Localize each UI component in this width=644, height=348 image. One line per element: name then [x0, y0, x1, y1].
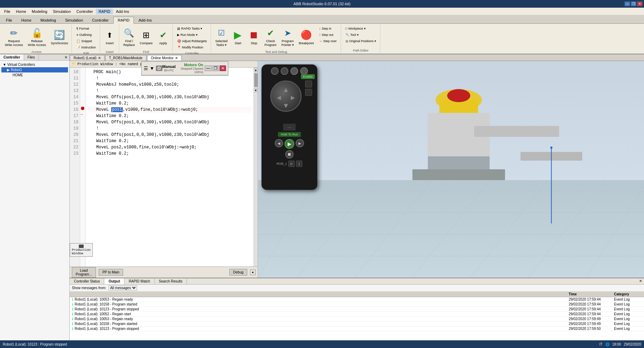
release-access-btn[interactable]: 🔓 ReleaseWrite Access: [26, 25, 48, 49]
fp-play-btn[interactable]: ▶: [285, 139, 294, 149]
online-monitor-tab[interactable]: Online Monitor ✕: [147, 55, 182, 61]
panel-close-btn[interactable]: ✕: [62, 54, 69, 60]
original-positions-btn[interactable]: ◎ Original Positions ▾: [344, 38, 378, 44]
tab-addins[interactable]: Add-Ins: [134, 17, 156, 23]
request-write-access-btn[interactable]: ✏ RequestWrite Access: [3, 25, 25, 49]
fp-btn-4[interactable]: [300, 67, 308, 75]
fp-menu-btn[interactable]: ···: [283, 124, 296, 131]
debug-btn[interactable]: Debug: [229, 269, 247, 276]
panel-tab-files[interactable]: Files: [24, 54, 39, 60]
fp-stop-btn[interactable]: ⏹: [285, 150, 294, 158]
snippet-btn[interactable]: 📋 Snippet: [75, 38, 98, 44]
format-btn[interactable]: ¶ Format: [75, 26, 98, 31]
output-tab-search-results[interactable]: Search Results: [155, 278, 187, 284]
main-module-tab[interactable]: T_ROB1/MainModule: [105, 55, 146, 61]
tab-robot1-local[interactable]: Robot1 (Local) ✕: [70, 55, 105, 61]
manual-icon2[interactable]: ▼: [150, 65, 154, 71]
tab-controller[interactable]: Controller: [88, 17, 113, 23]
code-content[interactable]: PROC main() ! MoveAbsJ homePos,v1000,z50…: [86, 68, 253, 276]
tree-home[interactable]: HOME: [1, 72, 68, 78]
menu-file[interactable]: File: [1, 9, 13, 14]
fp-joystick[interactable]: ▲ ◄► ▼: [270, 80, 302, 112]
menu-modeling[interactable]: Modeling: [29, 9, 50, 14]
tab-rapid[interactable]: RAPID: [113, 17, 134, 24]
fp-enable-btn[interactable]: Enable: [301, 74, 315, 79]
fp-info-icon[interactable]: ℹ: [296, 161, 302, 167]
line-num-23: 23: [70, 150, 78, 157]
run-mode-btn[interactable]: ▶ Run Mode ▾: [175, 32, 209, 38]
fp-btn-3[interactable]: [290, 67, 298, 75]
fp-btn-1[interactable]: [271, 67, 279, 75]
filter-select[interactable]: All messages: [108, 285, 137, 291]
code-vscrollbar[interactable]: ▲ ▼: [253, 68, 258, 276]
code-tabs: Robot1 (Local) ✕ T_ROB1/MainModule Onlin…: [70, 54, 644, 61]
production-window-btn[interactable]: ProductionWindow: [70, 243, 93, 257]
fp-prev-btn[interactable]: ◀: [275, 139, 283, 147]
step-in-btn[interactable]: ↓ Step in: [317, 26, 339, 31]
pp-to-main-btn[interactable]: PP to Main: [99, 269, 123, 276]
gutter-12: [80, 80, 85, 86]
adjust-robtargets-btn[interactable]: 🎯 Adjust Robtargets: [175, 38, 209, 44]
panel-tab-controller[interactable]: Controller: [0, 54, 24, 60]
apply-btn[interactable]: ✔ Apply: [156, 25, 171, 49]
selected-tasks-btn[interactable]: ☑ SelectedTasks ▾: [213, 25, 229, 49]
tab-file[interactable]: File: [1, 17, 17, 23]
insert-btn[interactable]: ⬆ Insert: [102, 25, 118, 49]
menu-simulation[interactable]: Simulation: [50, 9, 74, 14]
load-program-btn[interactable]: LoadProgram...: [72, 267, 96, 278]
online-monitor-close[interactable]: ✕: [175, 56, 178, 60]
ribbon-tabs: File Home Modeling Simulation Controller…: [0, 15, 644, 24]
breakpoint-btn[interactable]: 🔴 Breakpoint: [297, 25, 316, 49]
restore-btn[interactable]: ❐: [631, 1, 636, 6]
manual-icon1[interactable]: ☰: [144, 65, 148, 71]
robot1-local-close[interactable]: ✕: [98, 56, 101, 60]
ribbon-group-insert: ⬆ Insert Insert: [101, 24, 119, 53]
vscroll-down-btn[interactable]: ▼: [254, 88, 258, 93]
manual-minimize[interactable]: —: [205, 65, 212, 71]
tab-modeling[interactable]: Modeling: [36, 17, 61, 23]
close-btn[interactable]: ✕: [637, 1, 643, 6]
menu-controller[interactable]: Controller: [74, 9, 96, 14]
tab-simulation[interactable]: Simulation: [61, 17, 88, 23]
fp-btn-2[interactable]: [281, 67, 288, 75]
output-tab-rapid-watch[interactable]: RAPID Watch: [124, 278, 154, 284]
step-out-btn[interactable]: ↑ Step out: [317, 32, 339, 38]
rapid-tasks-btn[interactable]: ▤ RAPID Tasks ▾: [175, 26, 209, 31]
output-tab-output[interactable]: Output: [104, 278, 124, 284]
manual-restore[interactable]: ❐: [212, 65, 219, 71]
tree-robot1[interactable]: ▶ Robot1: [1, 67, 68, 72]
tool-btn[interactable]: 🔧 Tool ▾: [344, 32, 378, 38]
fp-hold-to-run-btn[interactable]: Hold To Run: [278, 132, 301, 137]
modify-position-btn[interactable]: 📍 Modify Position: [175, 45, 209, 50]
vscroll-thumb[interactable]: [254, 73, 258, 87]
stop-btn[interactable]: ⏹ Stop: [246, 25, 262, 49]
outlining-btn[interactable]: ≡ Outlining: [75, 32, 98, 38]
synchronize-btn[interactable]: 🔄 Synchronize: [49, 25, 70, 49]
program-pointer-btn[interactable]: ➤ ProgramPointer ▾: [279, 25, 296, 49]
menu-home[interactable]: Home: [13, 9, 29, 14]
manual-close[interactable]: ✕: [220, 65, 226, 71]
manual-mode-icon[interactable]: ⚙: [156, 65, 162, 71]
tab-home[interactable]: Home: [17, 17, 36, 23]
start-btn[interactable]: ▶ Start: [230, 25, 245, 49]
step-over-btn[interactable]: → Step over: [317, 38, 339, 44]
check-program-btn[interactable]: ✔ CheckProgram: [262, 25, 279, 49]
vscroll-up-btn[interactable]: ▲: [254, 68, 258, 72]
fp-side-btn1[interactable]: [305, 80, 312, 87]
find-replace-btn[interactable]: 🔍 Find /Replace: [121, 25, 137, 49]
compare-btn[interactable]: ⊞ Compare: [138, 25, 155, 49]
fp-next-btn[interactable]: ▶: [296, 139, 304, 147]
instruction-btn[interactable]: 📝 Instruction: [75, 45, 98, 50]
output-tab-controller-status[interactable]: Controller Status: [70, 278, 104, 284]
menu-addins[interactable]: Add-Ins: [113, 9, 132, 14]
editor-collapse-btn[interactable]: ▲: [250, 270, 256, 275]
fp-side-btn2[interactable]: [305, 89, 312, 96]
start-label: Start: [235, 41, 241, 45]
insert-label: Insert: [106, 41, 114, 45]
menu-rapid[interactable]: RAPID: [96, 9, 113, 14]
fp-settings-icon[interactable]: ⚙: [288, 161, 295, 167]
output-panel-close[interactable]: ✕: [637, 278, 644, 284]
minimize-btn[interactable]: —: [624, 1, 630, 6]
workpiece-btn[interactable]: □ Workpiece ▾: [344, 26, 378, 31]
tree-virtual-controllers[interactable]: ▼ Virtual Controllers: [1, 62, 68, 67]
